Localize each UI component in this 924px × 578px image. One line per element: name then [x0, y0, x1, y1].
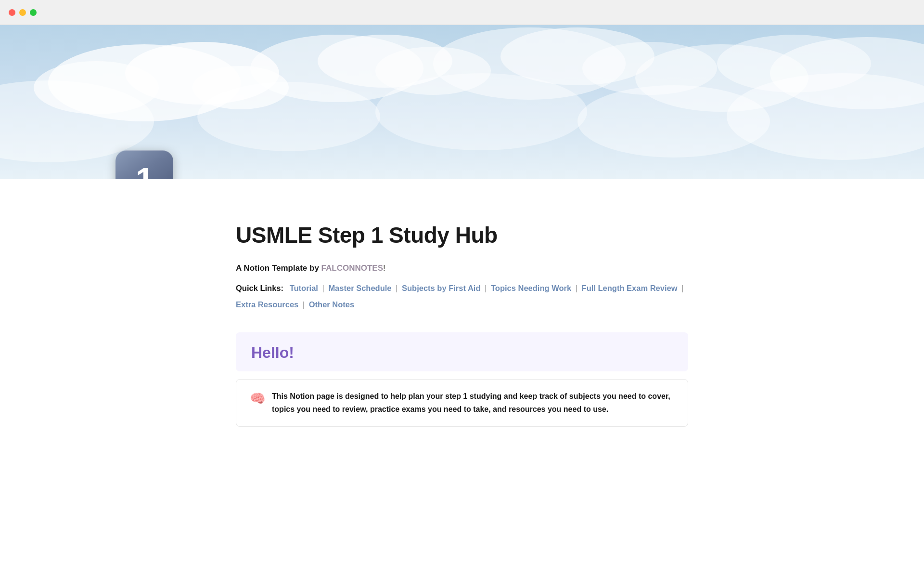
sep-1: |: [322, 284, 327, 292]
callout-box: 🧠 This Notion page is designed to help p…: [236, 379, 688, 427]
hello-section: Hello!: [236, 332, 688, 371]
page-icon-wrapper: 1: [116, 150, 173, 179]
subtitle-prefix: A Notion Template by: [236, 263, 321, 273]
callout-main-text: This Notion page is designed to help pla…: [272, 390, 674, 416]
callout-icon: 🧠: [250, 391, 265, 406]
main-content: USMLE Step 1 Study Hub A Notion Template…: [197, 179, 727, 427]
quick-links-line-2: Extra Resources | Other Notes: [236, 298, 688, 311]
close-button[interactable]: [9, 9, 15, 16]
svg-point-16: [375, 73, 587, 150]
link-topics-needing-work[interactable]: Topics Needing Work: [491, 284, 571, 292]
link-master-schedule[interactable]: Master Schedule: [328, 284, 391, 292]
sep-3: |: [485, 284, 489, 292]
quick-links-label: Quick Links:: [236, 284, 283, 292]
falconnotes-link[interactable]: FALCONNOTES: [321, 263, 383, 273]
link-tutorial[interactable]: Tutorial: [290, 284, 318, 292]
callout-content: This Notion page is designed to help pla…: [272, 390, 674, 416]
quick-links-line: Quick Links: Tutorial | Master Schedule …: [236, 281, 688, 295]
hello-title: Hello!: [251, 344, 673, 362]
page-title: USMLE Step 1 Study Hub: [236, 223, 688, 248]
page-icon: 1: [116, 150, 173, 179]
sep-2: |: [396, 284, 400, 292]
link-other-notes[interactable]: Other Notes: [309, 300, 354, 309]
sep-4: |: [576, 284, 580, 292]
link-full-length-exam-review[interactable]: Full Length Exam Review: [582, 284, 678, 292]
sep-5: |: [681, 284, 683, 292]
link-extra-resources[interactable]: Extra Resources: [236, 300, 298, 309]
minimize-button[interactable]: [19, 9, 26, 16]
sep-6: |: [303, 300, 307, 309]
maximize-button[interactable]: [30, 9, 37, 16]
subtitle-suffix: !: [383, 263, 385, 273]
titlebar: [0, 0, 924, 25]
hero-banner: 1: [0, 25, 924, 179]
link-subjects-by-first-aid[interactable]: Subjects by First Aid: [402, 284, 481, 292]
svg-point-15: [197, 82, 380, 151]
subtitle-line: A Notion Template by FALCONNOTES!: [236, 262, 688, 275]
